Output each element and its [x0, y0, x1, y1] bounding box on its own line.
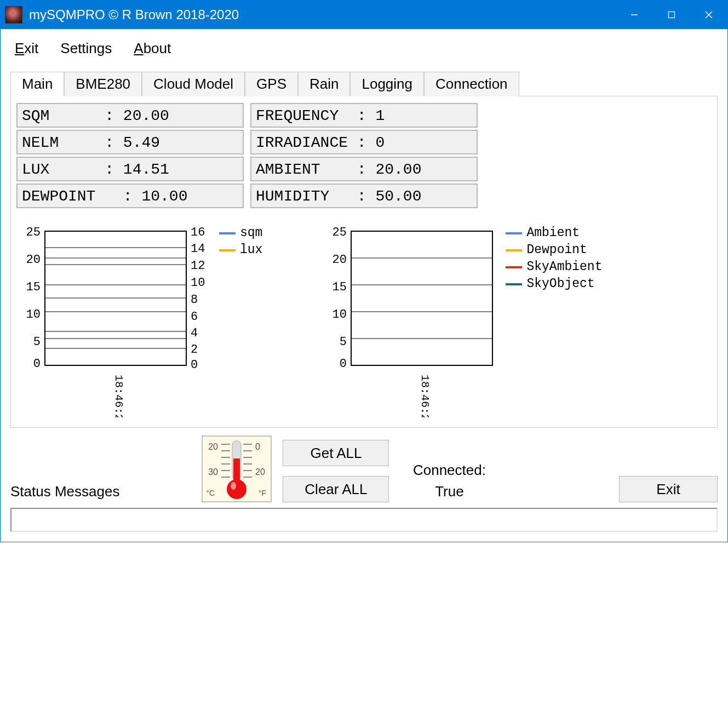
- thermometer-icon: 20 0 30 20 °C °F: [202, 435, 272, 502]
- legend-skyambient: SkyAmbient: [506, 259, 602, 276]
- maximize-icon: [668, 11, 675, 19]
- chart-temps: 252015 1050 18:46:25 Ambient Dewpoint: [323, 226, 602, 417]
- svg-text:0: 0: [191, 358, 198, 372]
- readings-left: SQM : 20.00 NELM : 5.49 LUX : 14.51 DEWP…: [16, 103, 244, 210]
- bottom-area: Status Messages 20 0 30 20 °C °F: [1, 428, 727, 542]
- legend-lux-label: lux: [240, 242, 262, 259]
- reading-irradiance: IRRADIANCE : 0: [250, 130, 478, 154]
- reading-frequency: FREQUENCY : 1: [250, 103, 478, 128]
- swatch-skyobject: [506, 283, 522, 285]
- tab-main[interactable]: Main: [10, 72, 64, 96]
- chart-temps-svg: 252015 1050 18:46:25: [323, 226, 506, 417]
- exit-button[interactable]: Exit: [619, 476, 718, 502]
- legend-skyobject: SkyObject: [506, 276, 602, 293]
- svg-rect-53: [233, 458, 240, 482]
- action-buttons: Get ALL Clear ALL: [283, 440, 389, 502]
- svg-text:16: 16: [191, 226, 205, 239]
- thermo-bl: 30: [209, 467, 219, 477]
- svg-text:15: 15: [333, 280, 347, 294]
- reading-humidity: HUMIDITY : 50.00: [250, 184, 478, 208]
- svg-text:5: 5: [33, 335, 41, 349]
- menu-exit[interactable]: Exit: [15, 40, 38, 57]
- legend-ambient: Ambient: [506, 225, 602, 242]
- legend-lux: lux: [219, 242, 262, 259]
- reading-sqm: SQM : 20.00: [16, 103, 244, 128]
- swatch-dewpoint: [506, 249, 522, 251]
- legend-dewpoint-label: Dewpoint: [526, 242, 587, 259]
- legend-ambient-label: Ambient: [526, 225, 580, 242]
- tab-cloud-model[interactable]: Cloud Model: [142, 72, 245, 96]
- tab-bme280[interactable]: BME280: [64, 72, 142, 96]
- chart2-xtick: 18:46:25: [419, 375, 431, 417]
- menubar: Exit Settings About: [1, 29, 727, 61]
- close-icon: [705, 11, 713, 19]
- close-button[interactable]: [690, 1, 727, 29]
- thermo-tr: 0: [255, 442, 260, 451]
- reading-nelm: NELM : 5.49: [16, 130, 244, 154]
- chart-sqm-lux: 252015 1050: [16, 226, 262, 417]
- svg-point-55: [231, 482, 236, 490]
- connection-status: Connected: True: [400, 460, 498, 502]
- svg-text:10: 10: [26, 308, 41, 322]
- tab-rain[interactable]: Rain: [298, 72, 350, 96]
- connection-value: True: [400, 481, 498, 502]
- svg-rect-1: [669, 12, 675, 18]
- swatch-sqm: [219, 232, 236, 234]
- svg-text:6: 6: [191, 310, 198, 324]
- readings-row: SQM : 20.00 NELM : 5.49 LUX : 14.51 DEWP…: [16, 103, 712, 210]
- svg-text:14: 14: [191, 242, 205, 256]
- thermo-br: 20: [255, 467, 265, 477]
- window-title: mySQMPRO © R Brown 2018-2020: [29, 7, 239, 22]
- app-icon: [5, 6, 22, 24]
- tab-gps[interactable]: GPS: [245, 72, 298, 96]
- svg-text:10: 10: [191, 276, 205, 290]
- thermo-c: °C: [207, 489, 215, 497]
- connection-label: Connected:: [400, 460, 498, 481]
- svg-text:0: 0: [340, 357, 347, 371]
- content-area: Main BME280 Cloud Model GPS Rain Logging…: [1, 61, 727, 428]
- tab-body-main: SQM : 20.00 NELM : 5.49 LUX : 14.51 DEWP…: [10, 96, 718, 428]
- svg-text:10: 10: [333, 308, 347, 322]
- svg-text:0: 0: [33, 357, 41, 371]
- svg-text:15: 15: [26, 280, 41, 294]
- reading-ambient: AMBIENT : 20.00: [250, 157, 478, 181]
- bottom-controls: Status Messages 20 0 30 20 °C °F: [10, 435, 718, 502]
- swatch-lux: [219, 249, 236, 251]
- svg-rect-35: [351, 231, 492, 365]
- readings-right: FREQUENCY : 1 IRRADIANCE : 0 AMBIENT : 2…: [250, 103, 478, 210]
- status-messages-label: Status Messages: [10, 483, 119, 502]
- svg-text:20: 20: [333, 253, 347, 267]
- tab-logging[interactable]: Logging: [350, 72, 424, 96]
- app-window: mySQMPRO © R Brown 2018-2020 Exit Settin…: [0, 0, 728, 542]
- svg-text:8: 8: [191, 293, 198, 307]
- reading-dewpoint: DEWPOINT : 10.00: [16, 184, 244, 208]
- status-messages-box: [10, 508, 718, 532]
- svg-text:25: 25: [26, 226, 41, 239]
- titlebar[interactable]: mySQMPRO © R Brown 2018-2020: [1, 1, 727, 29]
- chart1-xtick: 18:46:25: [112, 375, 125, 417]
- clear-all-button[interactable]: Clear ALL: [283, 476, 389, 502]
- menu-exit-rest: xit: [24, 40, 38, 56]
- chart2-legend: Ambient Dewpoint SkyAmbient SkyObject: [506, 225, 602, 417]
- minimize-button[interactable]: [616, 1, 653, 29]
- chart-sqm-lux-svg: 252015 1050: [16, 226, 219, 417]
- svg-text:4: 4: [191, 326, 198, 340]
- maximize-button[interactable]: [653, 1, 690, 29]
- svg-text:2: 2: [191, 343, 198, 357]
- legend-skyobject-label: SkyObject: [526, 276, 594, 293]
- menu-about-rest: bout: [144, 40, 171, 56]
- chart1-legend: sqm lux: [219, 225, 262, 417]
- tab-strip: Main BME280 Cloud Model GPS Rain Logging…: [10, 71, 718, 96]
- legend-sqm-label: sqm: [240, 225, 262, 242]
- svg-text:12: 12: [191, 259, 205, 273]
- swatch-ambient: [506, 232, 522, 234]
- svg-point-54: [227, 479, 247, 499]
- svg-text:25: 25: [333, 226, 347, 239]
- legend-sqm: sqm: [219, 225, 262, 242]
- tab-connection[interactable]: Connection: [424, 72, 519, 96]
- thermo-f: °F: [259, 489, 266, 497]
- get-all-button[interactable]: Get ALL: [283, 440, 389, 466]
- menu-settings[interactable]: Settings: [60, 40, 112, 57]
- menu-about[interactable]: About: [134, 40, 171, 57]
- svg-text:5: 5: [340, 335, 347, 349]
